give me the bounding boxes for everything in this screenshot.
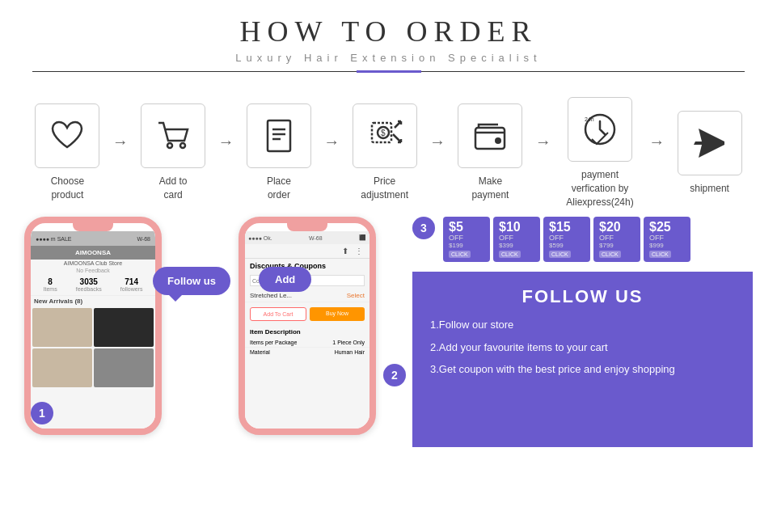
step-icon-wallet [458,103,522,168]
coupon-off-2: OFF [499,234,513,242]
phone2-carrier: ●●●● Ok. [248,235,272,241]
phone2-screen: ●●●● Ok. W-68 ⬛ ⬆ ⋮ Discounts & Coupons … [245,231,369,435]
step-add-to-cart: Add to card [130,103,217,202]
step-price-adjustment: $ Price adjustment [341,103,428,202]
coupon-off-4: OFF [599,234,614,242]
coupon-amount-4: $20 [599,221,621,234]
follow-item-2: 2.Add your favourite items to your cart [430,340,735,356]
svg-text:$: $ [381,129,386,137]
coupon-ticket-5[interactable]: $25 OFF $999 CLICK [644,217,690,262]
phone2-menu-icon: ⋮ [355,247,363,255]
step-make-payment: Make payment [447,103,534,202]
divider-line-left [32,71,357,72]
phone2-add-cart-btn[interactable]: Add To Cart [250,307,306,321]
phone1-feedbacks-label: feedbacks [76,286,102,292]
coupon-min-3: $599 [549,242,564,249]
phone2-select-btn[interactable]: Select [347,292,365,299]
phone1-product-3 [32,348,92,387]
steps-row: Choose product → Add to card → Place ord… [0,79,777,217]
phone1-container: ●●●● m SALE W-68 AIMOONSA AIMOONSA Club … [24,217,186,447]
page-subtitle: Luxury Hair Extension Specialist [0,52,777,64]
follow-box-title: FOLLOW US [430,286,735,307]
svg-point-0 [167,143,172,148]
coupon-amount-5: $25 [649,221,671,234]
phone2-time: W-68 [309,235,323,241]
divider-accent [357,70,421,73]
step-payment-verification: 24h payment verfication by Aliexpress(24… [553,97,647,209]
svg-line-12 [393,134,401,142]
badge-3: 3 [412,217,435,239]
phone1-products [31,306,155,389]
phone2-container: ●●●● Ok. W-68 ⬛ ⬆ ⋮ Discounts & Coupons … [239,217,396,447]
coupon-ticket-3[interactable]: $15 OFF $599 CLICK [543,217,590,262]
phone1-time: W-68 [137,236,150,242]
coupon-click-2[interactable]: CLICK [499,251,521,258]
phone1-feedback: No Feedback [31,267,155,274]
step-icon-document [247,103,311,168]
step-choose-product: Choose product [24,103,111,202]
svg-rect-2 [268,120,290,151]
arrow-6: → [648,133,665,151]
phone1-new-arrivals: New Arrivals (8) [31,296,155,306]
svg-rect-16 [495,137,501,144]
phone2-share-icon: ⬆ [342,247,348,255]
coupon-off-1: OFF [449,234,463,242]
arrow-5: → [535,133,551,151]
phone1-feedbacks-num: 3035 [76,277,102,286]
step-label-5: Make payment [471,175,509,202]
phone2-item-desc-title: Item Description [245,326,369,338]
step-shipment: shipment [666,111,753,196]
phone1-followers-label: followers [120,286,143,292]
coupon-min-2: $399 [499,242,513,249]
badge-2: 2 [383,364,406,386]
phone2-mockup: ●●●● Ok. W-68 ⬛ ⬆ ⋮ Discounts & Coupons … [239,217,376,435]
arrow-2: → [218,133,234,151]
coupon-click-1[interactable]: CLICK [449,251,471,258]
follow-item-3: 3.Get coupon with the best price and enj… [430,361,735,378]
arrow-3: → [323,133,340,151]
phone1-logo: AIMOONSA [75,249,111,256]
coupon-min-1: $199 [449,242,463,249]
phone2-notch [287,223,327,231]
phone1-items-label: Items [44,286,57,292]
divider-line-right [421,71,745,72]
follow-box: FOLLOW US 1.Follow our store 2.Add your … [412,272,753,447]
phone2-buy-now-btn[interactable]: Buy Now [310,307,365,321]
phone2-row-1: Items per Package 1 Piece Only [245,338,369,348]
coupon-click-3[interactable]: CLICK [549,251,571,258]
step-icon-clock: 24h [568,97,632,162]
step-label-7: shipment [690,182,729,196]
step-icon-heart [35,103,99,168]
phone1-store-label: AIMOONSA Club Store [31,260,155,267]
step-icon-price: $ [353,103,417,168]
follow-us-bubble: Follow us [153,267,230,295]
coupon-click-4[interactable]: CLICK [599,251,621,258]
coupon-amount-2: $10 [499,221,521,234]
phone2-stretched-row: Stretched Le... Select [245,289,369,302]
coupon-ticket-1[interactable]: $5 OFF $199 CLICK [443,217,490,262]
phone1-items-num: 8 [44,277,57,286]
bottom-section: ●●●● m SALE W-68 AIMOONSA AIMOONSA Club … [0,217,777,447]
add-bubble: Add [259,267,311,292]
coupon-min-4: $799 [599,242,614,249]
coupon-min-5: $999 [649,242,664,249]
arrow-4: → [429,133,446,151]
coupon-amount-3: $15 [549,221,571,234]
header-divider [32,70,745,73]
coupon-off-3: OFF [549,234,564,242]
right-panel: 3 $5 OFF $199 CLICK $10 OFF $399 CLICK $… [412,217,753,447]
coupon-off-5: OFF [649,234,664,242]
phone1-product-2 [94,308,154,347]
phone1-carrier: ●●●● m SALE [36,236,72,242]
arrow-1: → [112,133,129,151]
phone1-product-4 [94,348,154,387]
coupon-ticket-2[interactable]: $10 OFF $399 CLICK [493,217,540,262]
step-label-6: payment verfication by Aliexpress(24h) [566,168,633,209]
coupon-click-5[interactable]: CLICK [649,251,671,258]
step-icon-cart [141,103,205,168]
coupon-ticket-4[interactable]: $20 OFF $799 CLICK [593,217,640,262]
svg-point-1 [180,143,185,148]
coupon-row: $5 OFF $199 CLICK $10 OFF $399 CLICK $15… [443,217,753,262]
step-place-order: Place order [236,103,323,202]
svg-text:24h: 24h [585,116,594,122]
